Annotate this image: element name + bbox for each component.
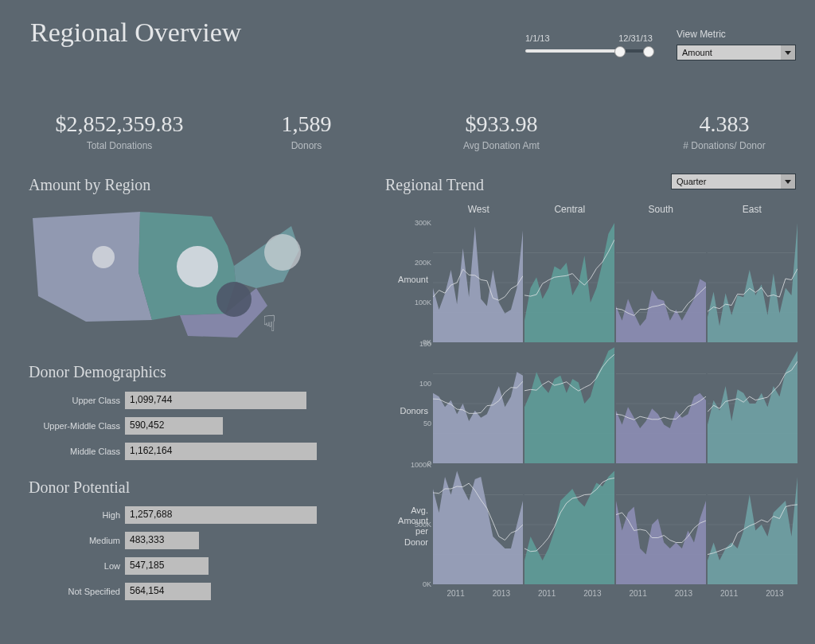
bar-category: Not Specified bbox=[29, 587, 125, 596]
touch-hint-icon: ☟ bbox=[263, 310, 276, 337]
yticks-avgamt: 1000K500K0K bbox=[401, 465, 431, 584]
view-metric-label: View Metric bbox=[677, 29, 726, 40]
donor-potential-chart[interactable]: High1,257,688Medium483,333Low547,185Not … bbox=[29, 505, 323, 607]
kpi-value: $933.98 bbox=[422, 111, 581, 137]
trend-cell-avgamt-central[interactable] bbox=[524, 465, 614, 584]
bar-value: 590,452 bbox=[130, 420, 164, 431]
bar-value: 564,154 bbox=[130, 585, 164, 596]
bar-category: Low bbox=[29, 561, 125, 571]
map-bubble-central[interactable] bbox=[177, 246, 218, 287]
bar-row[interactable]: Low547,185 bbox=[29, 556, 323, 576]
kpi-value: $2,852,359.83 bbox=[32, 111, 207, 137]
trend-cell-donors-south[interactable] bbox=[616, 344, 706, 463]
chevron-down-icon bbox=[781, 45, 795, 60]
trend-cell-donors-west[interactable] bbox=[433, 344, 523, 463]
map-bubble-east[interactable] bbox=[264, 234, 301, 271]
kpi-donors: 1,589 Donors bbox=[247, 111, 366, 151]
trend-cell-amount-south[interactable] bbox=[616, 223, 706, 342]
trend-cell-avgamt-west[interactable] bbox=[433, 465, 523, 584]
col-west: West bbox=[433, 204, 524, 215]
trend-cell-avgamt-south[interactable] bbox=[616, 465, 706, 584]
section-regional-trend: Regional Trend bbox=[385, 176, 484, 194]
bar-row[interactable]: Middle Class1,162,164 bbox=[29, 441, 323, 462]
yticks-amount: 300K200K100K0K bbox=[401, 223, 431, 342]
bar-value: 547,185 bbox=[130, 560, 164, 571]
trend-cell-amount-east[interactable] bbox=[708, 223, 797, 342]
bar-row[interactable]: Not Specified564,154 bbox=[29, 581, 323, 602]
bar-category: High bbox=[29, 510, 125, 520]
view-metric-select[interactable]: Amount bbox=[677, 45, 796, 60]
kpi-total-donations: $2,852,359.83 Total Donations bbox=[32, 111, 207, 151]
slider-track[interactable] bbox=[525, 49, 653, 53]
bar-category: Upper Class bbox=[29, 396, 125, 405]
bar-row[interactable]: High1,257,688 bbox=[29, 505, 323, 525]
map-bubble-south[interactable] bbox=[216, 282, 252, 317]
trend-cell-amount-west[interactable] bbox=[433, 223, 523, 342]
slider-handle-end[interactable] bbox=[643, 46, 654, 57]
kpi-donations-per-donor: 4.383 # Donations/ Donor bbox=[653, 111, 796, 151]
trend-cell-donors-central[interactable] bbox=[524, 344, 614, 463]
bar-category: Middle Class bbox=[29, 447, 125, 456]
time-grain-select[interactable]: Quarter bbox=[671, 174, 796, 189]
kpi-label: Total Donations bbox=[32, 140, 207, 151]
bar-row[interactable]: Upper-Middle Class590,452 bbox=[29, 416, 323, 436]
col-central: Central bbox=[524, 204, 616, 215]
bar-row[interactable]: Upper Class1,099,744 bbox=[29, 390, 323, 411]
trend-cell-donors-east[interactable] bbox=[708, 344, 797, 463]
donor-demographics-chart[interactable]: Upper Class1,099,744Upper-Middle Class59… bbox=[29, 390, 323, 466]
page-title: Regional Overview bbox=[30, 18, 241, 48]
bar-value: 1,257,688 bbox=[130, 509, 172, 520]
map-bubble-west[interactable] bbox=[92, 246, 115, 268]
col-east: East bbox=[707, 204, 798, 215]
bar-row[interactable]: Medium483,333 bbox=[29, 530, 323, 551]
kpi-label: Donors bbox=[247, 140, 366, 151]
bar-category: Medium bbox=[29, 536, 125, 545]
date-range-start: 1/1/13 bbox=[525, 33, 550, 43]
kpi-value: 4.383 bbox=[653, 111, 796, 137]
time-grain-value: Quarter bbox=[677, 177, 706, 186]
bar-value: 1,099,744 bbox=[130, 394, 172, 405]
view-metric-value: Amount bbox=[682, 48, 712, 57]
trend-cell-avgamt-east[interactable] bbox=[708, 465, 797, 584]
trend-cell-amount-central[interactable] bbox=[524, 223, 614, 342]
bar-value: 1,162,164 bbox=[130, 445, 172, 456]
section-donor-demographics: Donor Demographics bbox=[29, 363, 166, 381]
trend-column-headers: West Central South East bbox=[433, 204, 797, 215]
trend-x-axis: 20112013 20112013 20112013 20112013 bbox=[433, 589, 797, 598]
us-region-map[interactable] bbox=[29, 202, 299, 342]
date-range-end: 12/31/13 bbox=[618, 33, 653, 43]
kpi-avg-donation: $933.98 Avg Donation Amt bbox=[422, 111, 581, 151]
bar-value: 483,333 bbox=[130, 534, 164, 545]
col-south: South bbox=[615, 204, 707, 215]
yticks-donors: 150100500 bbox=[401, 344, 431, 463]
kpi-label: # Donations/ Donor bbox=[653, 140, 796, 151]
section-amount-by-region: Amount by Region bbox=[29, 176, 150, 194]
slider-handle-start[interactable] bbox=[614, 46, 626, 57]
kpi-value: 1,589 bbox=[247, 111, 366, 137]
kpi-label: Avg Donation Amt bbox=[422, 140, 581, 151]
chevron-down-icon bbox=[781, 174, 795, 189]
section-donor-potential: Donor Potential bbox=[29, 478, 130, 497]
bar-category: Upper-Middle Class bbox=[29, 421, 125, 431]
